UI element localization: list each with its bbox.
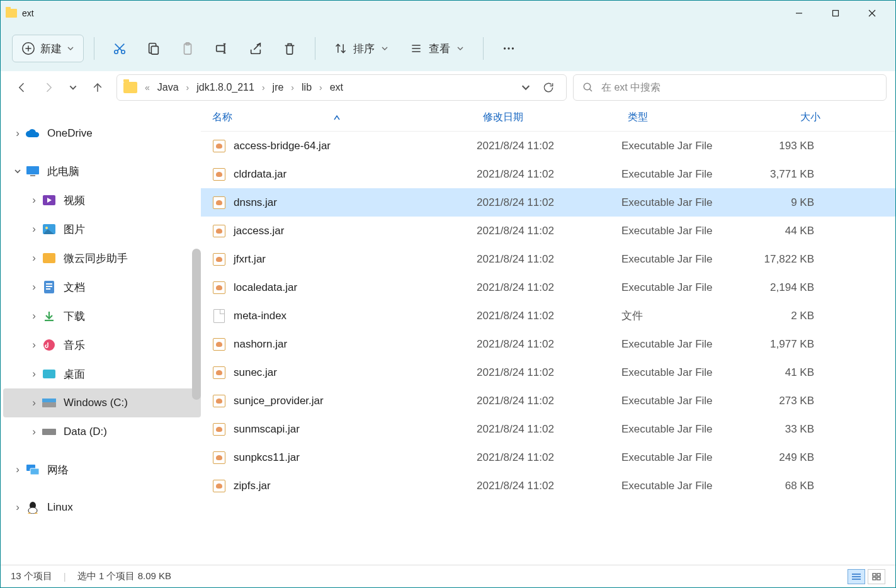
table-row[interactable]: jfxrt.jar2021/8/24 11:02Executable Jar F… [201,245,895,273]
svg-rect-34 [46,286,52,287]
file-size: 1,977 KB [745,338,827,351]
file-name: sunec.jar [234,366,277,379]
sidebar-item-desktop[interactable]: › 桌面 [3,359,201,388]
table-row[interactable]: meta-index2021/8/24 11:02文件2 KB [201,302,895,330]
table-row[interactable]: sunjce_provider.jar2021/8/24 11:02Execut… [201,387,895,415]
rename-button[interactable] [207,35,237,62]
svg-point-30 [45,227,48,229]
table-row[interactable]: dnsns.jar2021/8/24 11:02Executable Jar F… [201,188,895,217]
svg-point-37 [43,339,55,351]
breadcrumb-seg[interactable]: ext [325,75,348,100]
table-row[interactable]: access-bridge-64.jar2021/8/24 11:02Execu… [201,132,895,160]
sidebar-item-pictures[interactable]: › 图片 [3,215,201,244]
sidebar-item-linux[interactable]: › Linux [3,493,201,522]
desktop-icon [41,368,57,380]
share-button[interactable] [241,35,271,62]
file-name: dnsns.jar [234,196,277,209]
breadcrumb[interactable]: « Java › jdk1.8.0_211 › jre › lib › ext [116,74,567,101]
breadcrumb-seg[interactable]: jre [268,75,289,100]
file-name: zipfs.jar [234,480,271,492]
sidebar-item-downloads[interactable]: › 下载 [3,302,201,331]
maximize-button[interactable] [817,1,854,26]
table-row[interactable]: localedata.jar2021/8/24 11:02Executable … [201,273,895,302]
file-size: 44 KB [745,225,827,237]
up-button[interactable] [91,81,104,94]
table-row[interactable]: sunpkcs11.jar2021/8/24 11:02Executable J… [201,443,895,472]
sort-label: 排序 [353,42,375,56]
svg-rect-49 [873,574,876,576]
col-date-header[interactable]: 修改日期 [483,111,628,124]
file-size: 2 KB [745,310,827,322]
breadcrumb-seg[interactable]: jdk1.8.0_211 [191,75,259,100]
search-placeholder: 在 ext 中搜索 [601,81,661,94]
view-dropdown[interactable]: 查看 [401,35,473,62]
table-row[interactable]: nashorn.jar2021/8/24 11:02Executable Jar… [201,330,895,358]
file-date: 2021/8/24 11:02 [477,366,621,379]
rename-icon [215,42,229,55]
weiyun-icon [41,252,57,264]
close-button[interactable] [854,1,890,26]
sidebar-item-music[interactable]: › 音乐 [3,331,201,359]
minimize-button[interactable] [781,1,817,26]
toolbar-separator [315,37,315,60]
new-button[interactable]: 新建 [12,35,84,62]
search-input[interactable]: 在 ext 中搜索 [573,74,887,101]
file-date: 2021/8/24 11:02 [477,423,621,436]
table-row[interactable]: sunmscapi.jar2021/8/24 11:02Executable J… [201,415,895,443]
forward-button[interactable] [42,81,55,94]
sidebar-item-network[interactable]: › 网络 [3,455,201,484]
file-size: 3,771 KB [745,168,827,181]
table-row[interactable]: sunec.jar2021/8/24 11:02Executable Jar F… [201,358,895,387]
more-button[interactable] [494,35,524,62]
file-date: 2021/8/24 11:02 [477,310,621,322]
trash-icon [283,42,297,55]
chevron-right-icon: › [317,82,325,93]
breadcrumb-overflow[interactable]: « [142,82,152,93]
table-row[interactable]: jaccess.jar2021/8/24 11:02Executable Jar… [201,217,895,245]
file-size: 33 KB [745,423,827,436]
file-name: jfxrt.jar [234,253,266,266]
table-row[interactable]: zipfs.jar2021/8/24 11:02Executable Jar F… [201,472,895,500]
sidebar-item-weiyun[interactable]: › 微云同步助手 [3,244,201,273]
sort-dropdown[interactable]: 排序 [326,35,397,62]
jar-icon [213,366,225,379]
chevron-right-icon: › [27,281,41,293]
sidebar-item-videos[interactable]: › 视频 [3,186,201,215]
delete-button[interactable] [275,35,305,62]
view-details-button[interactable] [848,569,865,584]
col-size-header[interactable]: 大小 [751,111,833,124]
svg-rect-31 [43,253,55,263]
col-name-header[interactable]: 名称 [212,111,483,124]
jar-icon [213,451,225,464]
svg-point-21 [504,47,506,49]
chevron-down-icon[interactable] [521,82,531,93]
table-row[interactable]: cldrdata.jar2021/8/24 11:02Executable Ja… [201,160,895,188]
sidebar-item-thispc[interactable]: 此电脑 [3,157,201,186]
status-item-count: 13 个项目 [11,570,52,582]
back-button[interactable] [16,81,28,94]
col-type-header[interactable]: 类型 [628,111,751,124]
sidebar-item-ddrive[interactable]: › Data (D:) [3,417,201,446]
refresh-icon[interactable] [542,81,555,94]
file-type: Executable Jar File [621,338,745,351]
scrollbar-thumb[interactable] [192,249,201,400]
paste-button[interactable] [173,35,203,62]
sidebar-item-documents[interactable]: › 文档 [3,273,201,302]
breadcrumb-seg[interactable]: Java [152,75,184,100]
view-icons-button[interactable] [868,569,885,584]
share-icon [249,42,263,55]
jar-icon [213,253,225,266]
recent-dropdown[interactable] [69,83,77,92]
copy-button[interactable] [139,35,169,62]
file-size: 17,822 KB [745,253,827,266]
sort-asc-icon [333,115,341,121]
svg-rect-40 [42,399,56,402]
linux-icon [25,501,41,514]
cut-button[interactable] [105,35,135,62]
jar-icon [213,395,225,407]
sidebar-item-cdrive[interactable]: › Windows (C:) [3,388,201,417]
breadcrumb-seg[interactable]: lib [297,75,317,100]
file-size: 273 KB [745,395,827,407]
drive-icon [41,426,57,438]
sidebar-item-onedrive[interactable]: › OneDrive [3,119,201,148]
